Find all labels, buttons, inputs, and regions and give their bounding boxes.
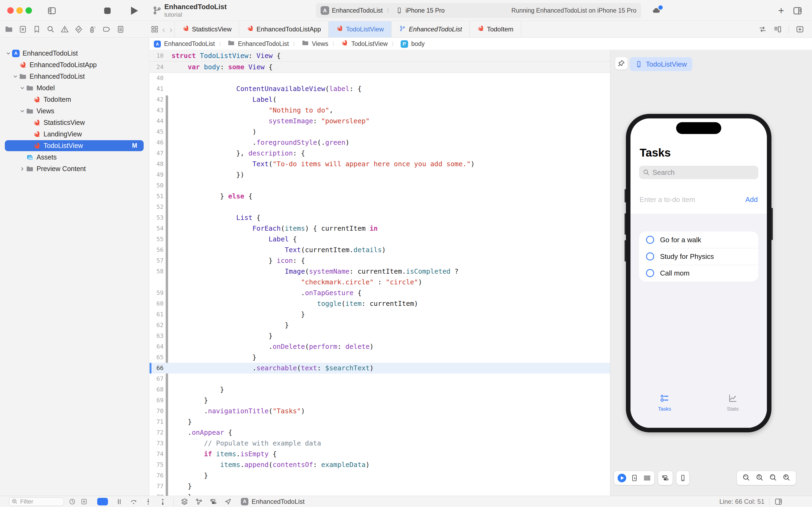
live-preview-button[interactable] bbox=[618, 474, 626, 482]
toggle-right-sidebar-icon[interactable] bbox=[793, 6, 802, 15]
todo-checkbox[interactable] bbox=[646, 236, 654, 244]
editor-tab-todoitem[interactable]: TodoItem bbox=[469, 21, 521, 37]
project-navigator-icon[interactable] bbox=[5, 25, 13, 33]
sidebar-item-views[interactable]: Views bbox=[0, 105, 149, 117]
zoom-fit-button[interactable] bbox=[769, 473, 777, 483]
go-forward-button[interactable]: › bbox=[167, 21, 175, 37]
breakpoints-navigator-icon[interactable] bbox=[103, 25, 111, 33]
device-settings-control[interactable] bbox=[658, 471, 673, 485]
toggle-left-sidebar-icon[interactable] bbox=[47, 6, 56, 15]
code-line[interactable]: 65 } bbox=[150, 352, 610, 363]
code-line[interactable]: 45 ) bbox=[150, 126, 610, 137]
step-out-icon[interactable] bbox=[159, 498, 167, 505]
breadcrumb-item[interactable]: EnhancedTodoList bbox=[228, 40, 289, 48]
code-line[interactable]: 69 } bbox=[150, 395, 610, 406]
step-into-icon[interactable] bbox=[144, 498, 152, 505]
code-line[interactable]: 54 ForEach(items) { currentItem in bbox=[150, 223, 610, 234]
variants-preview-icon[interactable] bbox=[643, 474, 651, 482]
code-line[interactable]: 43 "Nothing to do", bbox=[150, 105, 610, 116]
code-line[interactable]: 53 List { bbox=[150, 212, 610, 223]
code-line[interactable]: 71 } bbox=[150, 416, 610, 427]
breadcrumb-item[interactable]: A EnhancedTodoList bbox=[154, 40, 215, 48]
editor-options-icon[interactable] bbox=[773, 25, 781, 33]
code-line[interactable]: 40 bbox=[150, 73, 610, 83]
swap-editor-icon[interactable] bbox=[759, 25, 767, 33]
breadcrumb-item[interactable]: P body bbox=[401, 40, 425, 48]
code-line[interactable]: 41 ContentUnavailableView(label: { bbox=[150, 83, 610, 94]
code-line[interactable]: 58 Image(systemName: currentItem.isCompl… bbox=[150, 266, 610, 277]
code-line[interactable]: 59 .onTapGesture { bbox=[150, 288, 610, 298]
sidebar-item-model[interactable]: Model bbox=[0, 82, 149, 94]
environment-overrides-icon[interactable] bbox=[210, 498, 217, 505]
breadcrumb-item[interactable]: TodoListView bbox=[341, 40, 388, 48]
bookmarks-navigator-icon[interactable] bbox=[33, 25, 41, 33]
view-hierarchy-icon[interactable] bbox=[181, 498, 188, 505]
sidebar-item-todoitem[interactable]: TodoItem bbox=[0, 94, 149, 105]
reports-navigator-icon[interactable] bbox=[117, 25, 125, 33]
zoom-window-button[interactable] bbox=[25, 7, 32, 14]
todo-list-item[interactable]: Call mom bbox=[639, 265, 758, 281]
add-file-icon[interactable] bbox=[80, 498, 88, 505]
issues-navigator-icon[interactable] bbox=[61, 25, 69, 33]
zoom-100-button[interactable]: 1 bbox=[756, 473, 764, 483]
simulate-location-icon[interactable] bbox=[224, 498, 232, 505]
run-button[interactable] bbox=[131, 7, 138, 15]
sidebar-item-assets[interactable]: Assets bbox=[0, 152, 149, 163]
source-control-navigator-icon[interactable] bbox=[19, 25, 27, 33]
disclosure-chevron-icon[interactable] bbox=[19, 109, 26, 114]
app-tab-tasks[interactable]: Tasks bbox=[631, 393, 699, 418]
sidebar-item-enhancedtodolist[interactable]: EnhancedTodoList bbox=[0, 71, 149, 82]
disclosure-chevron-icon[interactable] bbox=[12, 74, 19, 79]
code-line[interactable]: 56 Text(currentItem.details) bbox=[150, 245, 610, 256]
add-todo-button[interactable]: Add bbox=[745, 195, 758, 204]
code-line[interactable]: 61 } bbox=[150, 309, 610, 320]
code-line[interactable]: 60 toggle(item: currentItem) bbox=[150, 298, 610, 309]
zoom-out-button[interactable]: − bbox=[742, 473, 750, 483]
code-line[interactable]: 63 } bbox=[150, 331, 610, 341]
todo-checkbox[interactable] bbox=[646, 269, 654, 277]
debug-app-label[interactable]: EnhancedTodoList bbox=[251, 498, 304, 505]
code-line[interactable]: 49 }) bbox=[150, 169, 610, 180]
code-line[interactable]: 62 } bbox=[150, 320, 610, 331]
code-line[interactable]: 74 if items.isEmpty { bbox=[150, 449, 610, 459]
tests-navigator-icon[interactable] bbox=[75, 25, 83, 33]
code-line[interactable]: 42 Label( bbox=[150, 94, 610, 105]
code-line[interactable]: 50 bbox=[150, 180, 610, 191]
close-window-button[interactable] bbox=[7, 7, 14, 14]
todo-input-field[interactable]: Enter a to-do item bbox=[640, 195, 695, 204]
go-back-button[interactable]: ‹ bbox=[160, 21, 167, 37]
code-line[interactable]: 78 } bbox=[150, 492, 610, 496]
zoom-in-button[interactable]: + bbox=[782, 473, 791, 483]
code-line[interactable]: 51 } else { bbox=[150, 191, 610, 202]
debug-navigator-icon[interactable] bbox=[89, 25, 97, 33]
code-line[interactable]: "checkmark.circle" : "circle") bbox=[150, 277, 610, 288]
code-line[interactable]: 73 // Populate with example data bbox=[150, 438, 610, 449]
todo-list-item[interactable]: Go for a walk bbox=[639, 231, 758, 248]
device-picker-control[interactable] bbox=[677, 471, 689, 485]
scheme-name[interactable]: EnhancedTodoList bbox=[332, 7, 383, 14]
breadcrumb-item[interactable]: Views bbox=[302, 40, 329, 48]
disclosure-chevron-icon[interactable] bbox=[19, 166, 26, 172]
code-line[interactable]: 72 .onAppear { bbox=[150, 427, 610, 438]
sidebar-item-enhancedtodolistapp[interactable]: EnhancedTodoListApp bbox=[0, 59, 149, 71]
code-line[interactable]: 24 var body: some View { bbox=[150, 61, 610, 73]
sidebar-item-landingview[interactable]: LandingView bbox=[0, 128, 149, 140]
code-line[interactable]: 68 } bbox=[150, 384, 610, 395]
preview-target-chip[interactable]: TodoListView bbox=[630, 57, 692, 71]
app-tab-stats[interactable]: Stats bbox=[699, 393, 767, 418]
disclosure-chevron-icon[interactable] bbox=[19, 86, 26, 91]
todo-list-item[interactable]: Study for Physics bbox=[639, 248, 758, 265]
add-editor-icon[interactable] bbox=[796, 25, 804, 33]
code-line[interactable]: 77 } bbox=[150, 481, 610, 492]
code-line[interactable]: 64 .onDelete(perform: delete) bbox=[150, 341, 610, 352]
find-navigator-icon[interactable] bbox=[47, 25, 55, 33]
filter-input[interactable]: Filter bbox=[9, 497, 64, 506]
sidebar-item-statisticsview[interactable]: StatisticsView bbox=[0, 117, 149, 128]
recent-files-icon[interactable] bbox=[69, 498, 76, 505]
toggle-debug-area-icon[interactable] bbox=[774, 498, 782, 506]
memory-graph-icon[interactable] bbox=[195, 498, 203, 505]
code-line[interactable]: 70 .navigationTitle("Tasks") bbox=[150, 406, 610, 416]
code-line[interactable]: 55 Label { bbox=[150, 234, 610, 245]
related-items-icon[interactable] bbox=[149, 21, 160, 37]
code-line[interactable]: 44 systemImage: "powersleep" bbox=[150, 116, 610, 126]
